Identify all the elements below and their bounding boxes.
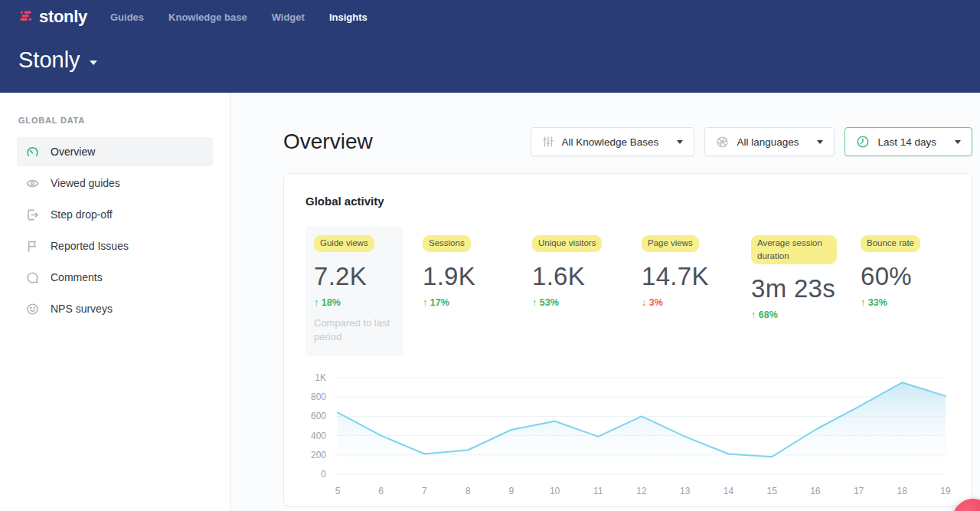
svg-text:12: 12 (636, 486, 647, 496)
svg-text:14: 14 (724, 486, 734, 496)
svg-text:18: 18 (897, 486, 908, 496)
metric[interactable]: Sessions 1.9K 17% (423, 226, 512, 316)
sidebar-item-label: Reported Issues (51, 240, 129, 252)
sidebar-item-label: Overview (51, 146, 95, 158)
sidebar-item-label: Viewed guides (51, 177, 120, 189)
metric-change: 17% (423, 297, 512, 308)
sidebar-item-reported-issues[interactable]: Reported Issues (17, 231, 213, 260)
eye-icon (26, 177, 39, 190)
sidebar-item-label: NPS surveys (51, 303, 113, 315)
metric-value: 7.2K (314, 262, 394, 291)
metric[interactable]: Unique visitors 1.6K 53% (532, 226, 622, 316)
metric-change: 53% (532, 297, 622, 308)
filter-dropdown-date-range[interactable]: Last 14 days (844, 127, 972, 156)
nav-link-guides[interactable]: Guides (110, 11, 144, 23)
global-activity-chart[interactable]: 02004006008001K5678910111213141516171819 (305, 369, 950, 506)
metric[interactable]: Average session duration 3m 23s 68% (751, 226, 841, 329)
svg-text:16: 16 (810, 486, 821, 496)
metric-value: 1.6K (532, 262, 622, 291)
svg-text:13: 13 (680, 486, 691, 496)
globe-icon (716, 136, 729, 149)
workspace-switcher[interactable]: Stonly (18, 47, 962, 73)
metric-note: Compared to last period (314, 316, 394, 344)
comment-icon (26, 271, 39, 284)
sidebar-item-nps-surveys[interactable]: NPS surveys (17, 294, 213, 323)
svg-text:17: 17 (854, 486, 864, 496)
top-navbar: stonly Guides Knowledge base Widget Insi… (0, 0, 980, 93)
filter-selected-value: All Knowledge Bases (562, 136, 659, 148)
card-title: Global activity (305, 195, 950, 208)
logo-text: stonly (39, 7, 87, 27)
chevron-down-icon (955, 140, 961, 144)
metric-change: 68% (751, 310, 841, 320)
metric-label: Guide views (314, 235, 374, 252)
filter-selected-value: Last 14 days (877, 136, 936, 148)
nav-link-label: Widget (272, 11, 305, 23)
metric-label: Bounce rate (861, 235, 920, 252)
svg-text:5: 5 (335, 486, 341, 496)
main-content: Overview All Knowledge Bases All languag… (230, 93, 980, 511)
workspace-title: Stonly (18, 47, 80, 73)
sidebar-item-step-drop-off[interactable]: Step drop-off (17, 200, 213, 229)
sidebar: GLOBAL DATA Overview Viewed guides Step … (0, 93, 230, 511)
svg-text:800: 800 (311, 391, 326, 402)
nav-link-widget[interactable]: Widget (272, 11, 305, 23)
global-activity-card: Global activity Guide views 7.2K 18% Com… (283, 173, 972, 506)
flag-icon (26, 240, 39, 253)
svg-text:600: 600 (311, 411, 326, 421)
chevron-down-icon (817, 140, 823, 144)
sidebar-item-overview[interactable]: Overview (17, 137, 213, 166)
filters-bar: All Knowledge Bases All languages Last 1… (531, 127, 972, 156)
metric-value: 60% (861, 262, 950, 291)
metrics-row: Guide views 7.2K 18% Compared to last pe… (305, 226, 950, 356)
svg-text:10: 10 (550, 486, 560, 496)
svg-text:19: 19 (940, 486, 951, 496)
sliders-icon (542, 136, 554, 148)
sidebar-section-label: GLOBAL DATA (18, 116, 230, 125)
metric-label: Average session duration (751, 235, 837, 264)
metric-label: Unique visitors (532, 235, 602, 252)
metric-change: 33% (861, 297, 950, 308)
smiley-icon (26, 303, 39, 316)
filter-dropdown-knowledge-bases[interactable]: All Knowledge Bases (531, 127, 695, 156)
nav-link-insights[interactable]: Insights (329, 11, 368, 23)
svg-text:8: 8 (466, 486, 471, 496)
metric-change: 3% (642, 297, 731, 308)
svg-text:9: 9 (509, 486, 514, 496)
nav-link-label: Guides (110, 11, 144, 23)
sidebar-item-label: Comments (51, 271, 103, 283)
page-title: Overview (283, 129, 373, 154)
gauge-icon (26, 146, 39, 159)
svg-text:1K: 1K (315, 372, 326, 383)
metric[interactable]: Bounce rate 60% 33% (861, 226, 950, 316)
metric-value: 3m 23s (751, 274, 841, 303)
metric[interactable]: Page views 14.7K 3% (642, 226, 731, 316)
filter-selected-value: All languages (737, 136, 799, 148)
svg-text:0: 0 (321, 469, 326, 480)
metric[interactable]: Guide views 7.2K 18% Compared to last pe… (305, 226, 403, 356)
sidebar-nav: Overview Viewed guides Step drop-off Rep… (0, 137, 230, 323)
chevron-down-icon (677, 140, 683, 144)
svg-text:400: 400 (311, 431, 326, 441)
primary-nav: Guides Knowledge base Widget Insights (110, 11, 368, 23)
filter-dropdown-languages[interactable]: All languages (704, 127, 835, 156)
sidebar-item-label: Step drop-off (51, 208, 113, 221)
svg-text:6: 6 (378, 486, 384, 496)
svg-text:200: 200 (311, 450, 326, 460)
metric-value: 1.9K (423, 262, 512, 291)
metric-value: 14.7K (642, 262, 731, 291)
metric-label: Page views (642, 235, 699, 252)
nav-link-knowledge-base[interactable]: Knowledge base (168, 11, 247, 23)
stonly-logo[interactable]: stonly (18, 7, 87, 27)
nav-link-label: Insights (329, 11, 368, 23)
svg-text:11: 11 (593, 486, 603, 496)
clock-icon (856, 135, 870, 149)
svg-text:15: 15 (766, 486, 777, 496)
sidebar-item-comments[interactable]: Comments (17, 263, 213, 292)
stonly-logo-icon (18, 8, 34, 27)
sidebar-item-viewed-guides[interactable]: Viewed guides (17, 169, 213, 198)
svg-text:7: 7 (422, 486, 427, 496)
metric-change: 18% (314, 297, 394, 308)
step-out-icon (26, 208, 39, 221)
nav-link-label: Knowledge base (168, 11, 247, 23)
